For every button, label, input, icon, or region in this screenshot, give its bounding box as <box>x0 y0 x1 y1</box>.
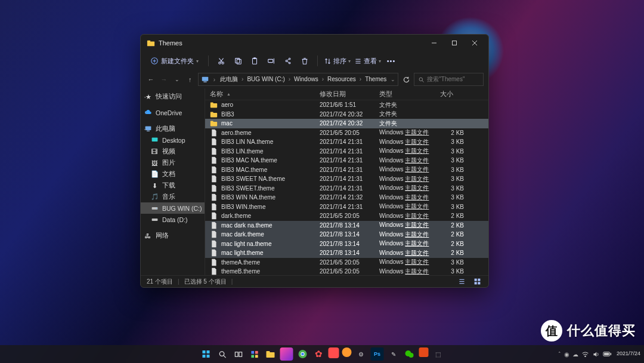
close-button[interactable] <box>465 35 485 51</box>
wechat-icon[interactable] <box>403 347 416 361</box>
header-name[interactable]: 名称▲ <box>205 88 315 100</box>
file-row[interactable]: mac dark na.theme2021/7/8 13:14Windows 主… <box>205 221 488 230</box>
wifi-icon[interactable] <box>581 350 589 358</box>
sidebar-item-downloads[interactable]: ⬇下载 <box>141 180 205 191</box>
refresh-button[interactable] <box>401 73 411 86</box>
header-date[interactable]: 修改日期 <box>315 88 374 100</box>
sidebar-item-onedrive[interactable]: ⌄OneDrive <box>141 107 205 118</box>
file-row[interactable]: BIB3 MAC.theme2021/7/14 21:31Windows 主题文… <box>205 165 488 175</box>
photoshop-icon[interactable]: Ps <box>371 347 384 361</box>
sidebar-item-thispc[interactable]: ⌄此电脑 <box>141 123 205 134</box>
forward-button[interactable]: → <box>159 73 169 86</box>
system-tray[interactable]: ˄ ◉ ☁ <box>558 350 612 358</box>
file-row[interactable]: mac dark.theme2021/7/8 13:14Windows 主题文件… <box>205 230 488 239</box>
breadcrumb-segment[interactable]: Resources <box>326 75 358 83</box>
taskbar-app-4[interactable] <box>342 347 352 357</box>
sidebar[interactable]: ⌄★快速访问 ⌄OneDrive ⌄此电脑 Desktop 🎞视频 🖼图片 📄文… <box>141 88 205 275</box>
office-icon[interactable] <box>419 347 429 357</box>
chevron-down-icon[interactable]: ⌄ <box>391 76 395 82</box>
svg-rect-16 <box>253 58 256 59</box>
svg-line-23 <box>287 61 289 63</box>
file-row[interactable]: BIB3 SWEET.theme2021/7/14 21:31Windows 主… <box>205 184 488 193</box>
taskbar-center: ✿ ⚙ Ps ✎ ⬚ <box>200 347 445 361</box>
rename-icon[interactable] <box>265 54 278 67</box>
back-button[interactable]: ← <box>145 73 156 86</box>
file-name: BIB3 MAC NA.theme <box>221 157 277 164</box>
breadcrumb-segment[interactable]: Windows <box>292 75 320 83</box>
file-row[interactable]: BIB3 MAC NA.theme2021/7/14 21:31Windows … <box>205 156 488 165</box>
svg-rect-37 <box>152 137 158 141</box>
file-row[interactable]: BIB32021/7/24 20:32文件夹 <box>205 110 488 119</box>
tray-chevron-icon[interactable]: ˄ <box>558 351 561 357</box>
search-input[interactable]: 搜索"Themes" <box>414 73 484 86</box>
copy-icon[interactable] <box>231 54 244 67</box>
up-button[interactable]: ↑ <box>185 73 196 86</box>
file-row[interactable]: aero.theme2021/6/5 20:05Windows 主题文件2 KB <box>205 128 488 138</box>
header-type[interactable]: 类型 <box>374 88 435 100</box>
maximize-button[interactable] <box>444 35 465 51</box>
sidebar-item-drive-d[interactable]: Data (D:) <box>141 214 205 225</box>
file-type: Windows 主题文件 <box>379 239 429 248</box>
file-date: 2021/7/8 13:14 <box>320 222 360 229</box>
task-view-button[interactable] <box>232 347 245 361</box>
file-row[interactable]: mac light.theme2021/7/8 13:14Windows 主题文… <box>205 248 488 258</box>
share-icon[interactable] <box>281 54 295 67</box>
sidebar-item-desktop[interactable]: Desktop <box>141 134 205 146</box>
thumbnails-view-icon[interactable] <box>472 276 482 287</box>
sort-button[interactable]: 排序 ▾ <box>324 57 351 66</box>
sidebar-item-pictures[interactable]: 🖼图片 <box>141 157 205 168</box>
file-row[interactable]: BIB3 LIN.theme2021/7/14 21:31Windows 主题文… <box>205 147 488 156</box>
file-row[interactable]: BIB3 WIN.theme2021/7/14 21:31Windows 主题文… <box>205 202 488 212</box>
file-row[interactable]: BIB3 WIN NA.theme2021/7/14 21:32Windows … <box>205 193 488 202</box>
breadcrumb-segment[interactable]: 此电脑 <box>218 75 240 83</box>
address-bar[interactable]: › 此电脑›BUG WIN (C:)›Windows›Resources›The… <box>198 73 399 86</box>
file-row[interactable]: BIB3 LIN NA.theme2021/7/14 21:31Windows … <box>205 137 488 147</box>
taskbar-clock[interactable]: 2021/7/24 <box>617 351 640 357</box>
breadcrumb-segment[interactable]: BUG WIN (C:) <box>245 75 286 83</box>
battery-icon[interactable] <box>603 351 612 357</box>
search-button[interactable] <box>216 347 229 361</box>
sidebar-item-network[interactable]: ⌄🖧网络 <box>141 230 205 241</box>
taskbar-app-5[interactable]: ✎ <box>387 347 400 361</box>
chrome-icon[interactable] <box>296 347 309 361</box>
header-size[interactable]: 大小 <box>435 88 469 100</box>
volume-icon[interactable] <box>592 350 600 358</box>
sidebar-item-videos[interactable]: 🎞视频 <box>141 146 205 157</box>
file-row[interactable]: mac light na.theme2021/7/8 13:14Windows … <box>205 239 488 249</box>
breadcrumb-segment[interactable]: Themes <box>363 75 388 83</box>
taskbar-app-2[interactable]: ✿ <box>312 347 326 361</box>
minimize-button[interactable] <box>424 35 444 51</box>
file-list[interactable]: aero2021/6/6 1:51文件夹BIB32021/7/24 20:32文… <box>205 100 488 275</box>
desktop[interactable]: Themes 新建文件夹 ▾ 排序 ▾ <box>0 0 644 363</box>
widgets-button[interactable] <box>248 347 261 361</box>
recent-locations-button[interactable]: ⌄ <box>172 73 182 86</box>
start-button[interactable] <box>200 347 213 361</box>
taskbar-app-1[interactable] <box>280 347 293 361</box>
tray-app-icon[interactable]: ◉ <box>564 351 569 358</box>
sidebar-item-documents[interactable]: 📄文档 <box>141 168 205 180</box>
file-row[interactable]: themeA.theme2021/6/5 20:05Windows 主题文件3 … <box>205 258 488 267</box>
file-row[interactable]: mac2021/7/24 20:32文件夹 <box>205 119 488 128</box>
svg-rect-14 <box>237 59 241 64</box>
details-view-icon[interactable] <box>456 276 467 287</box>
settings-icon[interactable]: ⚙ <box>355 347 368 361</box>
file-row[interactable]: aero2021/6/6 1:51文件夹 <box>205 100 488 110</box>
taskbar-app-3[interactable] <box>329 347 339 358</box>
explorer-taskbar-icon[interactable] <box>264 347 277 361</box>
cut-icon[interactable] <box>215 54 228 67</box>
new-folder-button[interactable]: 新建文件夹 ▾ <box>147 56 202 67</box>
delete-icon[interactable] <box>298 54 311 67</box>
file-row[interactable]: BIB3 SWEET NA.theme2021/7/14 21:31Window… <box>205 174 488 184</box>
more-icon[interactable]: ••• <box>385 54 398 67</box>
sidebar-item-quick[interactable]: ⌄★快速访问 <box>141 91 205 102</box>
taskbar-app-6[interactable]: ⬚ <box>432 347 445 361</box>
view-button[interactable]: 查看 ▾ <box>354 57 381 66</box>
sidebar-item-drive-c[interactable]: BUG WIN (C:) <box>141 202 205 214</box>
file-row[interactable]: dark.theme2021/6/5 20:05Windows 主题文件2 KB <box>205 211 488 221</box>
title-bar[interactable]: Themes <box>141 35 488 51</box>
cloud-tray-icon[interactable]: ☁ <box>572 351 578 358</box>
sidebar-item-music[interactable]: 🎵音乐 <box>141 191 205 202</box>
paste-icon[interactable] <box>248 54 261 67</box>
taskbar[interactable]: ✿ ⚙ Ps ✎ ⬚ ˄ ◉ ☁ 2021/7/24 <box>0 345 644 363</box>
file-row[interactable]: themeB.theme2021/6/5 20:05Windows 主题文件3 … <box>205 267 488 275</box>
